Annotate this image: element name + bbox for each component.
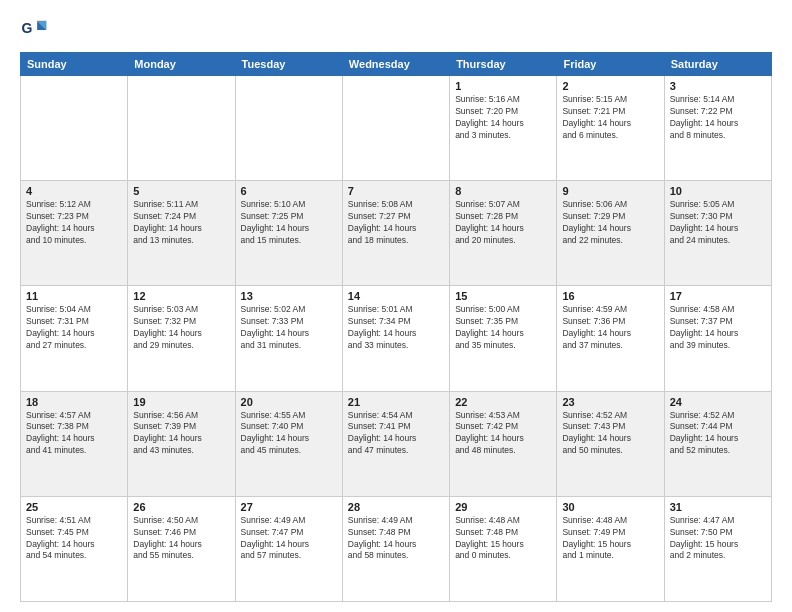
day-info: Sunrise: 5:08 AM Sunset: 7:27 PM Dayligh… — [348, 199, 444, 247]
svg-text:G: G — [22, 20, 33, 36]
day-info: Sunrise: 4:54 AM Sunset: 7:41 PM Dayligh… — [348, 410, 444, 458]
calendar-cell: 23Sunrise: 4:52 AM Sunset: 7:43 PM Dayli… — [557, 391, 664, 496]
calendar-cell: 18Sunrise: 4:57 AM Sunset: 7:38 PM Dayli… — [21, 391, 128, 496]
calendar-cell: 6Sunrise: 5:10 AM Sunset: 7:25 PM Daylig… — [235, 181, 342, 286]
day-number: 31 — [670, 501, 766, 513]
calendar-cell: 30Sunrise: 4:48 AM Sunset: 7:49 PM Dayli… — [557, 496, 664, 601]
calendar-cell — [128, 76, 235, 181]
day-number: 27 — [241, 501, 337, 513]
calendar-cell: 12Sunrise: 5:03 AM Sunset: 7:32 PM Dayli… — [128, 286, 235, 391]
day-number: 10 — [670, 185, 766, 197]
calendar-cell: 15Sunrise: 5:00 AM Sunset: 7:35 PM Dayli… — [450, 286, 557, 391]
calendar-cell: 3Sunrise: 5:14 AM Sunset: 7:22 PM Daylig… — [664, 76, 771, 181]
day-header-saturday: Saturday — [664, 53, 771, 76]
day-info: Sunrise: 4:56 AM Sunset: 7:39 PM Dayligh… — [133, 410, 229, 458]
week-row-3: 11Sunrise: 5:04 AM Sunset: 7:31 PM Dayli… — [21, 286, 772, 391]
day-number: 30 — [562, 501, 658, 513]
day-number: 19 — [133, 396, 229, 408]
day-number: 7 — [348, 185, 444, 197]
day-number: 13 — [241, 290, 337, 302]
day-info: Sunrise: 4:50 AM Sunset: 7:46 PM Dayligh… — [133, 515, 229, 563]
day-number: 1 — [455, 80, 551, 92]
day-info: Sunrise: 5:02 AM Sunset: 7:33 PM Dayligh… — [241, 304, 337, 352]
day-number: 9 — [562, 185, 658, 197]
day-info: Sunrise: 4:48 AM Sunset: 7:48 PM Dayligh… — [455, 515, 551, 563]
day-number: 21 — [348, 396, 444, 408]
calendar-cell: 28Sunrise: 4:49 AM Sunset: 7:48 PM Dayli… — [342, 496, 449, 601]
logo: G — [20, 16, 52, 44]
calendar-cell — [342, 76, 449, 181]
day-number: 8 — [455, 185, 551, 197]
day-number: 23 — [562, 396, 658, 408]
day-info: Sunrise: 5:00 AM Sunset: 7:35 PM Dayligh… — [455, 304, 551, 352]
calendar-cell: 10Sunrise: 5:05 AM Sunset: 7:30 PM Dayli… — [664, 181, 771, 286]
day-info: Sunrise: 5:16 AM Sunset: 7:20 PM Dayligh… — [455, 94, 551, 142]
calendar-cell: 31Sunrise: 4:47 AM Sunset: 7:50 PM Dayli… — [664, 496, 771, 601]
day-number: 14 — [348, 290, 444, 302]
calendar-cell: 1Sunrise: 5:16 AM Sunset: 7:20 PM Daylig… — [450, 76, 557, 181]
calendar-cell: 8Sunrise: 5:07 AM Sunset: 7:28 PM Daylig… — [450, 181, 557, 286]
day-number: 26 — [133, 501, 229, 513]
day-info: Sunrise: 4:49 AM Sunset: 7:48 PM Dayligh… — [348, 515, 444, 563]
day-number: 4 — [26, 185, 122, 197]
calendar-cell: 9Sunrise: 5:06 AM Sunset: 7:29 PM Daylig… — [557, 181, 664, 286]
calendar-cell: 14Sunrise: 5:01 AM Sunset: 7:34 PM Dayli… — [342, 286, 449, 391]
day-info: Sunrise: 4:53 AM Sunset: 7:42 PM Dayligh… — [455, 410, 551, 458]
calendar-cell — [21, 76, 128, 181]
day-header-wednesday: Wednesday — [342, 53, 449, 76]
day-info: Sunrise: 4:47 AM Sunset: 7:50 PM Dayligh… — [670, 515, 766, 563]
day-info: Sunrise: 5:14 AM Sunset: 7:22 PM Dayligh… — [670, 94, 766, 142]
day-number: 6 — [241, 185, 337, 197]
calendar-cell: 21Sunrise: 4:54 AM Sunset: 7:41 PM Dayli… — [342, 391, 449, 496]
day-info: Sunrise: 5:11 AM Sunset: 7:24 PM Dayligh… — [133, 199, 229, 247]
day-info: Sunrise: 5:04 AM Sunset: 7:31 PM Dayligh… — [26, 304, 122, 352]
calendar-cell — [235, 76, 342, 181]
day-info: Sunrise: 4:59 AM Sunset: 7:36 PM Dayligh… — [562, 304, 658, 352]
calendar-cell: 7Sunrise: 5:08 AM Sunset: 7:27 PM Daylig… — [342, 181, 449, 286]
day-number: 2 — [562, 80, 658, 92]
day-info: Sunrise: 5:10 AM Sunset: 7:25 PM Dayligh… — [241, 199, 337, 247]
calendar-cell: 24Sunrise: 4:52 AM Sunset: 7:44 PM Dayli… — [664, 391, 771, 496]
calendar-cell: 5Sunrise: 5:11 AM Sunset: 7:24 PM Daylig… — [128, 181, 235, 286]
day-number: 17 — [670, 290, 766, 302]
day-info: Sunrise: 4:52 AM Sunset: 7:43 PM Dayligh… — [562, 410, 658, 458]
calendar-cell: 16Sunrise: 4:59 AM Sunset: 7:36 PM Dayli… — [557, 286, 664, 391]
day-info: Sunrise: 5:15 AM Sunset: 7:21 PM Dayligh… — [562, 94, 658, 142]
week-row-1: 1Sunrise: 5:16 AM Sunset: 7:20 PM Daylig… — [21, 76, 772, 181]
day-info: Sunrise: 4:55 AM Sunset: 7:40 PM Dayligh… — [241, 410, 337, 458]
day-info: Sunrise: 5:12 AM Sunset: 7:23 PM Dayligh… — [26, 199, 122, 247]
calendar-cell: 25Sunrise: 4:51 AM Sunset: 7:45 PM Dayli… — [21, 496, 128, 601]
header: G — [20, 16, 772, 44]
day-number: 29 — [455, 501, 551, 513]
day-number: 18 — [26, 396, 122, 408]
day-header-sunday: Sunday — [21, 53, 128, 76]
calendar: SundayMondayTuesdayWednesdayThursdayFrid… — [20, 52, 772, 602]
day-number: 12 — [133, 290, 229, 302]
day-number: 5 — [133, 185, 229, 197]
day-info: Sunrise: 4:57 AM Sunset: 7:38 PM Dayligh… — [26, 410, 122, 458]
day-header-friday: Friday — [557, 53, 664, 76]
day-info: Sunrise: 4:49 AM Sunset: 7:47 PM Dayligh… — [241, 515, 337, 563]
day-header-monday: Monday — [128, 53, 235, 76]
day-info: Sunrise: 5:01 AM Sunset: 7:34 PM Dayligh… — [348, 304, 444, 352]
page: G SundayMondayTuesdayWednesdayThursdayFr… — [0, 0, 792, 612]
day-info: Sunrise: 5:06 AM Sunset: 7:29 PM Dayligh… — [562, 199, 658, 247]
day-header-thursday: Thursday — [450, 53, 557, 76]
day-info: Sunrise: 4:51 AM Sunset: 7:45 PM Dayligh… — [26, 515, 122, 563]
calendar-cell: 13Sunrise: 5:02 AM Sunset: 7:33 PM Dayli… — [235, 286, 342, 391]
day-number: 3 — [670, 80, 766, 92]
header-row: SundayMondayTuesdayWednesdayThursdayFrid… — [21, 53, 772, 76]
calendar-cell: 4Sunrise: 5:12 AM Sunset: 7:23 PM Daylig… — [21, 181, 128, 286]
day-info: Sunrise: 4:48 AM Sunset: 7:49 PM Dayligh… — [562, 515, 658, 563]
week-row-5: 25Sunrise: 4:51 AM Sunset: 7:45 PM Dayli… — [21, 496, 772, 601]
calendar-cell: 20Sunrise: 4:55 AM Sunset: 7:40 PM Dayli… — [235, 391, 342, 496]
calendar-cell: 22Sunrise: 4:53 AM Sunset: 7:42 PM Dayli… — [450, 391, 557, 496]
day-number: 16 — [562, 290, 658, 302]
calendar-cell: 19Sunrise: 4:56 AM Sunset: 7:39 PM Dayli… — [128, 391, 235, 496]
calendar-cell: 29Sunrise: 4:48 AM Sunset: 7:48 PM Dayli… — [450, 496, 557, 601]
week-row-2: 4Sunrise: 5:12 AM Sunset: 7:23 PM Daylig… — [21, 181, 772, 286]
calendar-cell: 2Sunrise: 5:15 AM Sunset: 7:21 PM Daylig… — [557, 76, 664, 181]
day-number: 22 — [455, 396, 551, 408]
day-number: 24 — [670, 396, 766, 408]
logo-icon: G — [20, 16, 48, 44]
